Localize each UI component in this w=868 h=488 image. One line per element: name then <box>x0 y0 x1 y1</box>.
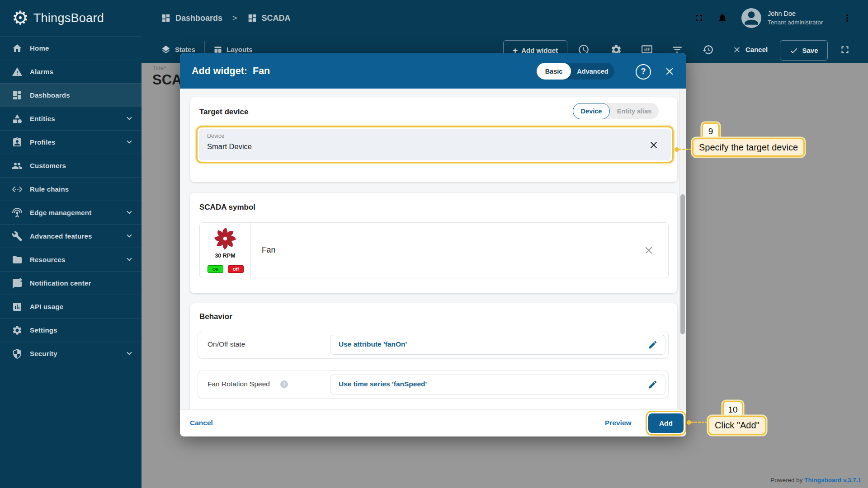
chevron-down-icon <box>124 113 134 123</box>
fan-rotation-speed-value-link[interactable]: Use time series 'fanSpeed' <box>339 380 427 388</box>
sidebar-item-label: Dashboards <box>30 91 70 99</box>
states-label: States <box>175 46 195 53</box>
scada-symbol-name: Fan <box>262 245 275 255</box>
cancel-edit-button[interactable]: Cancel <box>732 36 768 63</box>
target-device-card: Target device Device Entity alias Device… <box>190 97 677 182</box>
folder-icon <box>12 254 23 265</box>
on-off-state-value-link[interactable]: Use attribute 'fanOn' <box>339 340 407 348</box>
edit-pencil-icon[interactable] <box>648 380 658 389</box>
notifications-bell-icon[interactable] <box>717 13 728 23</box>
thingsboard-app: Title* SCA Powered by Thingsboard v.3.7.… <box>0 0 868 488</box>
home-icon <box>12 43 23 54</box>
dialog-close-icon[interactable] <box>664 66 675 77</box>
fan-off-button: Off <box>228 265 244 273</box>
powered-by: Powered by Thingsboard v.3.7.1 <box>770 477 861 483</box>
sidebar-item-customers[interactable]: Customers <box>0 154 142 177</box>
fullscreen-icon[interactable] <box>839 44 851 56</box>
dialog-cancel-button[interactable]: Cancel <box>190 419 213 427</box>
customers-people-icon <box>12 160 23 171</box>
close-icon <box>732 45 741 54</box>
entity-alias-tab[interactable]: Entity alias <box>610 108 659 115</box>
sidebar-item-alarms[interactable]: Alarms <box>0 60 142 83</box>
breadcrumb-separator: > <box>232 14 237 23</box>
check-icon <box>789 46 798 55</box>
advanced-tab[interactable]: Advanced <box>571 68 614 75</box>
annotation-step-text: Click "Add" <box>708 416 766 435</box>
dialog-header: Add widget: Fan Basic Advanced ? <box>180 53 686 89</box>
thingsboard-version-link[interactable]: Thingsboard v.3.7.1 <box>804 477 861 483</box>
layouts-label: Layouts <box>226 46 253 53</box>
sidebar-item-label: Security <box>30 350 57 357</box>
thingsboard-logo[interactable]: ⚙ ThingsBoard <box>12 6 104 30</box>
add-button[interactable]: Add <box>648 413 684 433</box>
cancel-edit-label: Cancel <box>745 46 768 53</box>
basic-tab[interactable]: Basic <box>537 63 571 80</box>
save-label: Save <box>802 47 818 54</box>
tools-icon <box>12 231 23 242</box>
sidebar-item-api-usage[interactable]: API usage <box>0 295 142 318</box>
breadcrumb-dashboards[interactable]: Dashboards <box>175 14 222 23</box>
device-autocomplete-field[interactable]: Device Smart Device <box>199 129 671 160</box>
sidebar-item-settings[interactable]: Settings <box>0 318 142 342</box>
add-widget-dialog: Add widget: Fan Basic Advanced ? Target … <box>180 53 686 436</box>
sidebar-item-notification-center[interactable]: Notification center <box>0 271 142 295</box>
sidebar-item-rule-chains[interactable]: Rule chains <box>0 177 142 201</box>
breadcrumb-scada: SCADA <box>262 14 291 23</box>
toolbar-divider <box>724 41 724 58</box>
sidebar-item-home[interactable]: Home <box>0 36 142 60</box>
target-device-heading: Target device <box>199 108 248 117</box>
chart-box-icon <box>12 301 23 312</box>
fullscreen-icon[interactable] <box>693 13 704 23</box>
sidebar-item-label: Advanced features <box>30 232 92 240</box>
device-tab[interactable]: Device <box>573 103 610 119</box>
on-off-state-label: On/Off state <box>208 340 245 348</box>
dialog-title-prefix: Add widget: <box>192 66 247 77</box>
help-button[interactable]: ? <box>636 64 651 80</box>
person-icon <box>741 8 761 28</box>
layouts-icon <box>213 45 222 54</box>
sidebar-item-security[interactable]: Security <box>0 342 142 365</box>
thingsboard-logo-gear-icon: ⚙ <box>12 6 29 30</box>
annotation-step-text: Specify the target device <box>692 138 805 157</box>
sidebar-item-label: Profiles <box>30 138 56 146</box>
chevron-down-icon <box>124 207 134 217</box>
clear-symbol-icon[interactable] <box>643 244 655 256</box>
sidebar-item-edge-management[interactable]: Edge management <box>0 201 142 224</box>
more-vert-icon[interactable] <box>842 13 853 23</box>
sidebar-item-profiles[interactable]: Profiles <box>0 130 142 154</box>
history-icon[interactable] <box>702 44 714 56</box>
edit-pencil-icon[interactable] <box>648 340 658 350</box>
sidebar-item-advanced-features[interactable]: Advanced features <box>0 224 142 248</box>
gear-icon <box>12 325 23 336</box>
scada-symbol-row: 30 RPM On Off Fan <box>199 222 669 278</box>
user-avatar[interactable] <box>741 8 761 28</box>
fan-rotation-speed-row: Fan Rotation Speed i Use time series 'fa… <box>198 371 669 399</box>
fan-rotation-speed-label: Fan Rotation Speed <box>208 380 270 388</box>
device-entity-toggle: Device Entity alias <box>573 103 659 119</box>
layers-icon <box>161 45 171 55</box>
info-icon[interactable]: i <box>280 380 288 388</box>
scrollbar-thumb[interactable] <box>680 194 685 334</box>
dialog-title-widget-name: Fan <box>253 66 270 77</box>
dashboard-icon <box>247 13 257 23</box>
preview-button[interactable]: Preview <box>605 419 632 427</box>
sidebar-item-label: Settings <box>30 326 57 334</box>
clear-device-icon[interactable] <box>648 140 659 150</box>
fan-rotation-speed-value-box[interactable]: Use time series 'fanSpeed' <box>330 375 665 394</box>
dialog-scrollbar[interactable] <box>679 89 686 409</box>
dashboard-title-field-label: Title* <box>152 65 166 71</box>
annotation-10-connector-line <box>691 422 708 423</box>
profiles-badge-icon <box>12 137 23 148</box>
on-off-state-value-box[interactable]: Use attribute 'fanOn' <box>330 335 665 355</box>
sidebar-item-entities[interactable]: Entities <box>0 107 142 130</box>
basic-advanced-toggle: Basic Advanced <box>537 63 614 80</box>
sidebar-item-resources[interactable]: Resources <box>0 248 142 271</box>
sidebar-item-dashboards[interactable]: Dashboards <box>0 83 142 107</box>
dashboard-icon <box>161 13 171 23</box>
scada-symbol-heading: SCADA symbol <box>199 203 255 212</box>
device-field-highlight-ring: Device Smart Device <box>196 126 674 163</box>
sidebar-item-label: Edge management <box>30 209 91 216</box>
save-button[interactable]: Save <box>780 40 828 61</box>
user-info[interactable]: John Doe Tenant administrator <box>768 9 823 27</box>
dashboard-icon <box>12 90 23 101</box>
